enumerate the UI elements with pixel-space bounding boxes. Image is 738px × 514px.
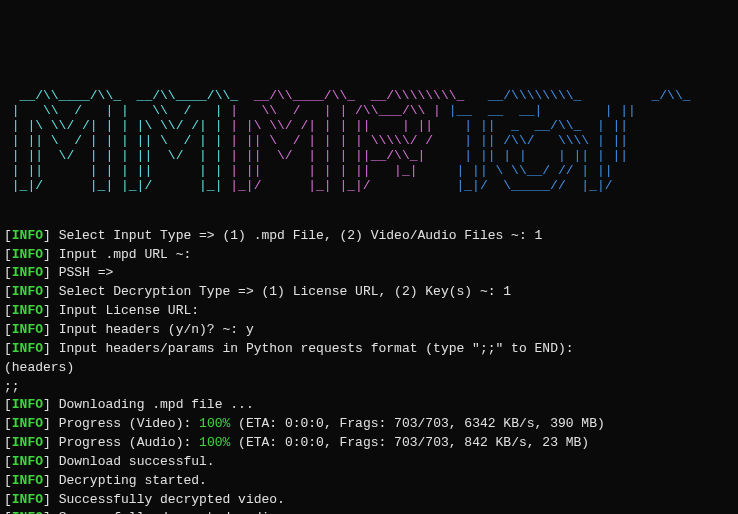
log-line: [INFO] Select Input Type => (1) .mpd Fil…: [4, 227, 734, 246]
log-level: INFO: [12, 397, 43, 412]
log-level: INFO: [12, 228, 43, 243]
log-line: [INFO] Select Decryption Type => (1) Lic…: [4, 283, 734, 302]
log-text: Decrypting started.: [51, 473, 207, 488]
log-text: Download successful.: [51, 454, 215, 469]
log-level: INFO: [12, 473, 43, 488]
log-level: INFO: [12, 492, 43, 507]
log-line: [INFO] Download successful.: [4, 453, 734, 472]
log-line: [INFO] Input .mpd URL ~:: [4, 246, 734, 265]
log-text: Select Decryption Type => (1) License UR…: [51, 284, 511, 299]
log-level: INFO: [12, 322, 43, 337]
log-level: INFO: [12, 510, 43, 514]
ascii-logo: __/\\____/\\_ __/\\____/\\_ __/\\____/\\…: [4, 89, 734, 194]
log-text: Successfully decrypted video.: [51, 492, 285, 507]
log-text: PSSH =>: [51, 265, 113, 280]
log-text: Input headers/params in Python requests …: [51, 341, 574, 356]
log-line: [INFO] Input headers/params in Python re…: [4, 340, 734, 359]
log-line: [INFO] Decrypting started.: [4, 472, 734, 491]
log-line: [INFO] Downloading .mpd file ...: [4, 396, 734, 415]
log-level: INFO: [12, 341, 43, 356]
terminal-output: [INFO] Select Input Type => (1) .mpd Fil…: [4, 227, 734, 514]
log-level: INFO: [12, 284, 43, 299]
log-text: Select Input Type => (1) .mpd File, (2) …: [51, 228, 542, 243]
log-level: INFO: [12, 247, 43, 262]
log-level: INFO: [12, 303, 43, 318]
log-level: INFO: [12, 454, 43, 469]
log-line: [INFO] PSSH =>: [4, 264, 734, 283]
plain-line: ;;: [4, 378, 734, 397]
log-line: [INFO] Successfully decrypted video.: [4, 491, 734, 510]
log-line: [INFO] Input License URL:: [4, 302, 734, 321]
log-text: Input .mpd URL ~:: [51, 247, 191, 262]
log-text: Successfully decrypted audio.: [51, 510, 285, 514]
log-line: [INFO] Progress (Audio): 100% (ETA: 0:0:…: [4, 434, 734, 453]
log-text: Downloading .mpd file ...: [51, 397, 254, 412]
progress-percent: 100%: [199, 435, 230, 450]
log-text: Input License URL:: [51, 303, 199, 318]
log-level: INFO: [12, 265, 43, 280]
log-level: INFO: [12, 435, 43, 450]
progress-percent: 100%: [199, 416, 230, 431]
log-level: INFO: [12, 416, 43, 431]
log-line: [INFO] Input headers (y/n)? ~: y: [4, 321, 734, 340]
plain-line: (headers): [4, 359, 734, 378]
log-text: Input headers (y/n)? ~: y: [51, 322, 254, 337]
log-line: [INFO] Progress (Video): 100% (ETA: 0:0:…: [4, 415, 734, 434]
log-line: [INFO] Successfully decrypted audio.: [4, 509, 734, 514]
